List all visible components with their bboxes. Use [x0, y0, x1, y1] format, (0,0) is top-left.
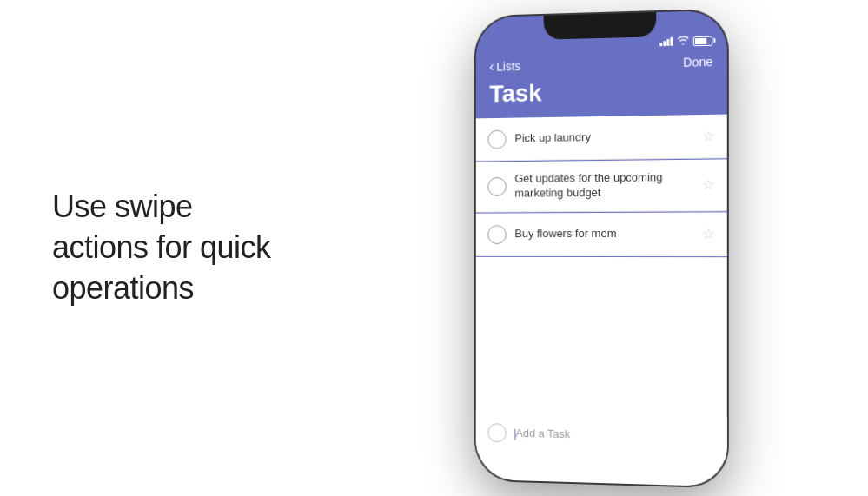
task-star-1[interactable]: ☆ — [702, 128, 714, 144]
task-text-3: Buy flowers for mom — [514, 227, 692, 241]
screen: ‹ Lists Done Task Pick up laundry ☆ — [475, 10, 726, 486]
right-section: ‹ Lists Done Task Pick up laundry ☆ — [330, 0, 868, 496]
notch — [543, 12, 656, 40]
signal-bar-1 — [659, 43, 662, 46]
status-bar-left — [489, 50, 540, 50]
task-text-1: Pick up laundry — [514, 129, 692, 146]
wifi-icon — [677, 36, 688, 46]
phone-frame: ‹ Lists Done Task Pick up laundry ☆ — [475, 10, 726, 486]
task-star-3[interactable]: ☆ — [702, 225, 714, 241]
battery-fill — [694, 37, 706, 43]
task-checkbox-1[interactable] — [487, 129, 506, 149]
status-bar-right — [659, 35, 712, 47]
task-item[interactable]: Get updates for the upcoming marketing b… — [475, 159, 726, 212]
nav-back-button[interactable]: ‹ Lists — [489, 59, 520, 74]
task-star-2[interactable]: ☆ — [702, 176, 714, 193]
task-text-2: Get updates for the upcoming marketing b… — [514, 169, 692, 200]
screen-inner: ‹ Lists Done Task Pick up laundry ☆ — [475, 49, 726, 486]
page-title: Task — [475, 71, 726, 118]
battery-icon — [692, 36, 712, 46]
task-checkbox-2[interactable] — [487, 176, 506, 195]
add-task-placeholder: Add a Task — [515, 427, 570, 440]
add-task-checkbox — [487, 423, 506, 442]
task-list: Pick up laundry ☆ Get updates for the up… — [475, 114, 726, 255]
done-button[interactable]: Done — [683, 54, 712, 69]
add-task-input[interactable]: Add a Task — [514, 427, 714, 444]
signal-bar-2 — [663, 41, 666, 46]
task-checkbox-3[interactable] — [487, 225, 506, 244]
signal-bar-3 — [666, 38, 669, 45]
back-label: Lists — [496, 59, 520, 73]
signal-bar-4 — [670, 36, 673, 45]
add-task-row[interactable]: Add a Task — [475, 411, 726, 460]
signal-bars-icon — [659, 36, 673, 45]
back-chevron-icon: ‹ — [489, 59, 494, 73]
task-item[interactable]: Pick up laundry ☆ — [475, 114, 726, 161]
left-section: Use swipe actions for quick operations — [0, 152, 330, 343]
task-item[interactable]: Buy flowers for mom ☆ — [475, 212, 726, 256]
tagline: Use swipe actions for quick operations — [52, 187, 278, 308]
